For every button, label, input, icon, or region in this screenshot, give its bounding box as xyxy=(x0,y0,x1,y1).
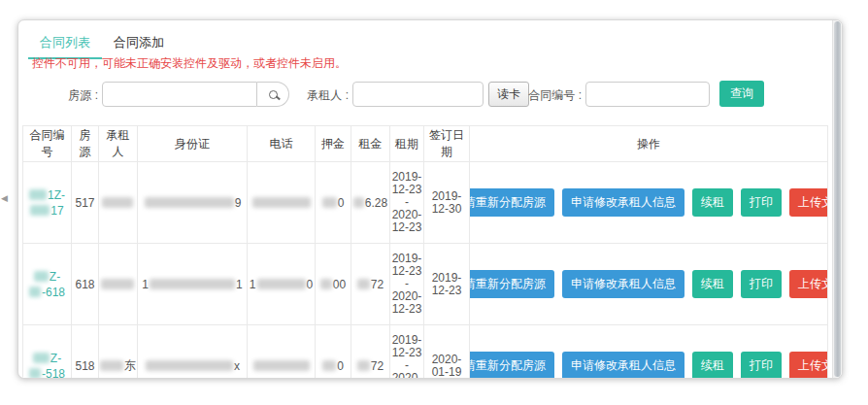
redacted-block xyxy=(100,360,123,371)
cell-property: 518 xyxy=(72,325,99,379)
property-input[interactable] xyxy=(102,82,257,107)
cell-operations: 申请重新分配房源 申请修改承租人信息 续租 打印 上传文件 xyxy=(470,162,828,243)
cell-tenant xyxy=(99,162,138,243)
cell-property: 517 xyxy=(72,162,99,243)
redacted-block xyxy=(33,353,50,363)
redacted-block xyxy=(150,279,235,289)
contract-link[interactable]: Z- -618 xyxy=(29,269,65,300)
cell-sign-date: 2019- 12-23 xyxy=(424,244,470,324)
redacted-block xyxy=(322,197,337,208)
contract-link[interactable]: 1Z- 17 xyxy=(29,187,65,219)
collapse-panel-arrow-icon[interactable]: ◀ xyxy=(1,193,8,203)
property-search-button[interactable] xyxy=(257,82,289,107)
header-deposit: 押金 xyxy=(316,126,351,161)
header-operations: 操作 xyxy=(470,126,828,161)
cell-deposit: 0 xyxy=(316,162,351,243)
tab-contract-list[interactable]: 合同列表 xyxy=(28,24,102,59)
upload-file-button[interactable]: 上传文件 xyxy=(789,188,828,217)
redacted-block xyxy=(320,279,332,289)
modify-tenant-info-button[interactable]: 申请修改承租人信息 xyxy=(562,352,684,379)
redacted-block xyxy=(252,197,311,208)
cell-sign-date: 2019- 12-30 xyxy=(424,162,470,243)
table-row: Z- -518 518 东 x 0 72 2019- 12-23 - 2020-… xyxy=(22,325,828,379)
renew-lease-button[interactable]: 续租 xyxy=(692,270,733,298)
redacted-block xyxy=(30,205,50,216)
redacted-block xyxy=(34,271,49,282)
cell-deposit: 0 xyxy=(316,325,351,379)
cell-lease-term: 2019- 12-23 - 2020- 12-23 xyxy=(390,162,424,243)
header-tenant: 承租人 xyxy=(99,126,138,161)
modify-tenant-info-button[interactable]: 申请修改承租人信息 xyxy=(562,270,684,298)
header-property: 房源 xyxy=(72,126,99,161)
redacted-block xyxy=(101,279,134,289)
header-sign-date: 签订日期 xyxy=(424,126,470,161)
redacted-block xyxy=(357,279,370,289)
upload-file-button[interactable]: 上传文件 xyxy=(789,352,828,379)
vertical-scrollbar[interactable] xyxy=(832,20,842,378)
cell-phone: 10 xyxy=(248,244,316,324)
upload-file-button[interactable]: 上传文件 xyxy=(789,270,828,298)
redacted-block xyxy=(29,368,41,379)
cell-id-card: 9 xyxy=(138,162,248,243)
reassign-property-button[interactable]: 申请重新分配房源 xyxy=(470,188,554,217)
print-button[interactable]: 打印 xyxy=(741,352,782,379)
print-button[interactable]: 打印 xyxy=(741,270,782,298)
cell-operations: 申请重新分配房源 申请修改承租人信息 续租 打印 上传文件 xyxy=(470,244,828,324)
redacted-block xyxy=(146,360,233,371)
contracts-table: 合同编号 房源 承租人 身份证 电话 押金 租金 租期 签订日期 操作 1Z- … xyxy=(22,125,828,379)
renew-lease-button[interactable]: 续租 xyxy=(692,352,733,379)
renew-lease-button[interactable]: 续租 xyxy=(692,188,733,217)
cell-lease-term: 2019- 12-23 - 2020- 12-23 xyxy=(390,325,424,379)
tab-contract-add[interactable]: 合同添加 xyxy=(102,24,176,59)
redacted-block xyxy=(253,360,310,371)
header-id-card: 身份证 xyxy=(138,126,248,161)
cell-phone xyxy=(248,325,316,379)
header-contract-no: 合同编号 xyxy=(22,126,72,161)
search-icon xyxy=(269,90,278,99)
contract-no-label: 合同编号 : xyxy=(519,87,582,104)
cell-lease-term: 2019- 12-23 - 2020- 12-23 xyxy=(390,244,424,324)
cell-id-card: 11 xyxy=(138,244,248,324)
cell-rent: 6.28 xyxy=(351,162,390,243)
header-lease-term: 租期 xyxy=(390,126,424,161)
header-phone: 电话 xyxy=(248,126,316,161)
cell-deposit: 00 xyxy=(316,244,351,324)
cell-property: 618 xyxy=(72,244,99,324)
redacted-block xyxy=(102,197,133,208)
search-button[interactable]: 查询 xyxy=(719,81,764,107)
table-row: Z- -618 618 11 10 00 72 2019- 12-23 - 20… xyxy=(22,244,828,325)
redacted-block xyxy=(29,189,47,200)
redacted-block xyxy=(353,197,364,208)
tab-bar: 合同列表 合同添加 xyxy=(28,24,176,59)
header-rent: 租金 xyxy=(351,126,390,161)
contract-link[interactable]: Z- -518 xyxy=(29,351,65,380)
modify-tenant-info-button[interactable]: 申请修改承租人信息 xyxy=(562,188,684,217)
scrollbar-thumb[interactable] xyxy=(834,21,841,377)
reassign-property-button[interactable]: 申请重新分配房源 xyxy=(470,270,554,298)
redacted-block xyxy=(257,279,306,289)
cell-operations: 申请重新分配房源 申请修改承租人信息 续租 打印 上传文件 xyxy=(470,325,828,379)
print-button[interactable]: 打印 xyxy=(741,188,782,217)
tenant-input[interactable] xyxy=(352,82,484,107)
cell-rent: 72 xyxy=(351,325,390,379)
redacted-block xyxy=(145,197,234,208)
page: ◀ 合同列表 合同添加 控件不可用，可能未正确安装控件及驱动，或者控件未启用。 … xyxy=(0,0,868,405)
property-label: 房源 : xyxy=(38,87,98,104)
reassign-property-button[interactable]: 申请重新分配房源 xyxy=(470,352,554,379)
cell-tenant: 东 xyxy=(99,325,138,379)
tenant-label: 承租人 : xyxy=(292,87,349,104)
contracts-card: 合同列表 合同添加 控件不可用，可能未正确安装控件及驱动，或者控件未启用。 房源… xyxy=(17,19,843,379)
control-unavailable-warning: 控件不可用，可能未正确安装控件及驱动，或者控件未启用。 xyxy=(32,55,347,72)
cell-tenant xyxy=(99,244,138,324)
redacted-block xyxy=(29,287,41,297)
cell-id-card: x xyxy=(138,325,248,379)
redacted-block xyxy=(357,360,370,371)
cell-phone xyxy=(248,162,316,243)
redacted-block xyxy=(322,360,336,371)
table-row: 1Z- 17 517 9 0 6.28 2019- 12-23 - 2020- … xyxy=(22,162,828,244)
table-header-row: 合同编号 房源 承租人 身份证 电话 押金 租金 租期 签订日期 操作 xyxy=(22,125,828,162)
cell-sign-date: 2020- 01-19 xyxy=(424,325,470,379)
cell-rent: 72 xyxy=(351,244,390,324)
contract-no-input[interactable] xyxy=(585,82,710,107)
